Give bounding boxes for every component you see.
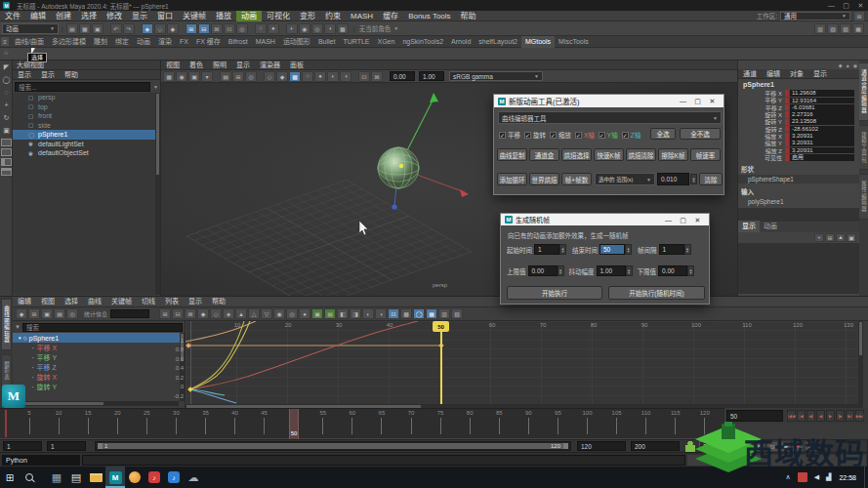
step-tangent-icon[interactable]: △ (248, 308, 260, 319)
move-tool-icon[interactable]: + (0, 99, 13, 111)
viewport-menu-item[interactable]: 渲染器 (255, 61, 285, 70)
channelbox-menu-item[interactable]: 编辑 (762, 69, 785, 79)
sidebar-tab[interactable]: 通道盒层编辑器 (859, 62, 868, 121)
graph-editor-menu-item[interactable]: 视图 (36, 297, 60, 306)
outliner-item[interactable]: ▢ side (13, 121, 160, 131)
dialog-minimize-button[interactable]: — (661, 214, 676, 226)
snap-point-icon[interactable]: ⊠ (211, 23, 223, 34)
outliner-item[interactable]: ◉ defaultLightSet (13, 140, 160, 149)
menu-item[interactable]: 显示 (127, 11, 152, 21)
tool-button[interactable]: 烘焙清除 (626, 148, 656, 161)
graph-editor-menu-item[interactable]: 显示 (184, 297, 207, 306)
step-fwd-key-button[interactable]: |▶ (836, 410, 845, 422)
time-snap-icon[interactable]: ◐ (362, 308, 374, 319)
menu-item[interactable]: 修改 (102, 11, 127, 21)
loop-icon[interactable]: ↻ (754, 441, 765, 452)
shelf-tab[interactable]: Bifrost (225, 36, 252, 48)
clamped-tangent-icon[interactable]: ◇ (210, 308, 222, 319)
channel-row[interactable]: 可见性 启用 (738, 154, 859, 161)
shelf-tab[interactable]: 多边形建模 (48, 36, 90, 48)
menu-item[interactable]: 创建 (51, 11, 76, 21)
insert-keys-icon[interactable]: ⊞ (28, 308, 40, 319)
go-to-start-button[interactable]: |◀◀ (787, 410, 796, 422)
sidebar-tab[interactable]: 建模工具包 (859, 125, 868, 171)
tool-button[interactable]: 通道盒 (529, 148, 559, 161)
tool-button[interactable]: 添加循环 (497, 173, 527, 185)
spinner[interactable]: ▲▼ (626, 265, 633, 276)
dialog-title-bar[interactable]: M 生成随机帧 — ▢ ✕ (501, 214, 709, 225)
shelf-tab[interactable]: Arnold (447, 36, 475, 48)
absolute-view-icon[interactable]: ⊞ (159, 308, 171, 319)
step-back-frame-button[interactable]: |◀ (797, 410, 806, 422)
taskbar-clock[interactable]: 22:58 (839, 474, 856, 481)
outliner-item[interactable]: ▢ front (13, 111, 160, 121)
channelbox-menu-item[interactable]: 显示 (808, 69, 832, 79)
outliner-menu-item[interactable]: 显示 (36, 70, 60, 80)
command-input[interactable] (82, 455, 685, 466)
modeling-toolkit-icon[interactable]: ▥ (814, 23, 826, 34)
undo-icon[interactable]: ↶ (110, 23, 122, 34)
outliner-item[interactable]: ◉ defaultObjectSet (13, 148, 160, 158)
textured-icon[interactable]: ▩ (289, 71, 301, 82)
auto-key-icon[interactable]: ● (792, 441, 804, 452)
tool-button[interactable]: 帧+帧数 (561, 173, 592, 185)
network-icon[interactable]: ▟ (826, 473, 831, 481)
graph-editor-menu-item[interactable]: 帮助 (207, 297, 230, 306)
xray-icon[interactable]: ⊠ (371, 71, 383, 82)
command-language-toggle[interactable]: Python (2, 455, 80, 466)
shelf-tab[interactable]: shelfLayout2 (475, 36, 521, 48)
snap-surface-icon[interactable]: ◎ (236, 23, 248, 34)
new-scene-icon[interactable]: ▤ (66, 23, 78, 34)
graph-tree-channel[interactable]: ▪ 平移 Z (13, 362, 185, 372)
app-icon-2[interactable]: ▤ (66, 467, 86, 488)
camera-attributes-icon[interactable]: ▣ (188, 71, 200, 82)
value-snap-icon[interactable]: ◑ (375, 308, 387, 319)
exposure-field[interactable]: 0.00 (390, 71, 415, 81)
shelf-tab[interactable]: MiscTools (555, 36, 593, 48)
layer-editor-tab[interactable]: 显示 (738, 221, 760, 232)
menu-item[interactable]: 可视化 (262, 11, 295, 21)
editor-tab[interactable]: 摄影表 (1, 354, 12, 387)
axis-checkbox[interactable]: ✓缩放 (550, 130, 571, 140)
select-all-button[interactable]: 全选 (650, 128, 676, 140)
outliner-menu-item[interactable]: 显示 (13, 70, 36, 80)
dialog-maximize-button[interactable]: ▢ (676, 214, 690, 226)
playback-start-field[interactable]: 1 (47, 441, 86, 451)
curve-area[interactable]: 1020304060708090100110120130 10.80.60.40… (186, 321, 863, 404)
playback-end-field[interactable]: 120 (577, 441, 626, 451)
workspace-select[interactable]: 通用▼ (780, 12, 850, 20)
break-tangent-icon[interactable]: ● (299, 308, 310, 319)
redo-icon[interactable]: ↷ (123, 23, 135, 34)
frame-step-field[interactable]: 1 (659, 244, 684, 255)
normalized-view-icon[interactable]: ⊠ (185, 308, 196, 319)
dialog-maximize-button[interactable]: ▢ (690, 95, 705, 107)
layout-four-view-button[interactable] (1, 148, 12, 156)
attribute-editor-icon[interactable]: ▧ (840, 23, 851, 34)
channelbox-menu-item[interactable]: 通道 (738, 69, 762, 79)
anim-start-field[interactable]: 1 (3, 441, 42, 451)
lasso-select-icon[interactable]: ◇ (154, 23, 166, 34)
axis-checkbox[interactable]: ✓旋转 (524, 130, 546, 140)
volume-icon[interactable]: ◀ (779, 441, 791, 452)
shelf-tab[interactable]: TURTLE (339, 36, 373, 48)
sidebar-tab[interactable]: 属性编辑器 (859, 174, 868, 220)
wireframe-icon[interactable]: ◇ (264, 71, 275, 82)
curve-filter-icon[interactable]: ◯ (413, 308, 425, 319)
bookmarks-icon[interactable]: ▾ (201, 71, 213, 82)
step-back-key-button[interactable]: ◀| (806, 410, 815, 422)
viewport-menu-item[interactable]: 视图 (161, 61, 185, 70)
graph-editor-menu-item[interactable]: 编辑 (13, 297, 36, 306)
shelf-tab[interactable]: XGen (374, 36, 399, 48)
linear-tangent-icon[interactable]: ◈ (223, 308, 234, 319)
time-slider[interactable]: 5101520253035404550556065707580859095100… (0, 408, 724, 438)
swap-buffer-icon[interactable]: ◎ (286, 308, 298, 319)
post-infinity-icon[interactable]: ▩ (400, 308, 412, 319)
graph-editor-menu-item[interactable]: 关键帧 (106, 297, 137, 306)
menu-item[interactable]: 帮助 (456, 11, 481, 21)
channel-value[interactable]: -6.03681 (790, 104, 854, 111)
lighting-icon[interactable]: ○ (302, 71, 313, 82)
ao-icon[interactable]: ◐ (327, 71, 339, 82)
graph-editor-menu-item[interactable]: 切线 (137, 297, 160, 306)
buffer-snapshot-icon[interactable]: ◉ (273, 308, 285, 319)
tool-button[interactable]: 世界烘焙 (529, 173, 559, 185)
